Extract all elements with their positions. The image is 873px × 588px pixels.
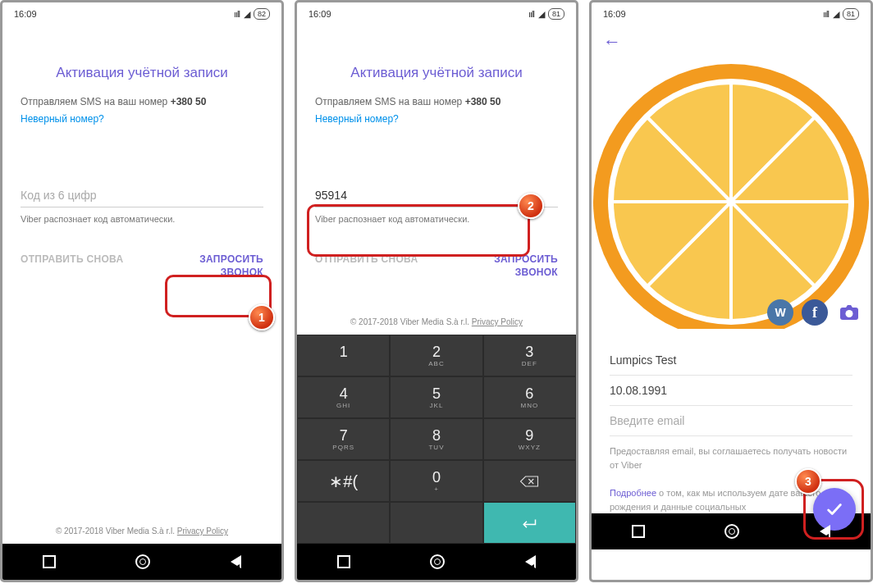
signal-icon: ııll	[528, 9, 534, 19]
key-enter[interactable]	[483, 502, 576, 544]
resend-button[interactable]: ОТПРАВИТЬ СНОВА	[21, 253, 123, 279]
wrong-number-link[interactable]: Неверный номер?	[315, 113, 558, 125]
battery-indicator: 81	[843, 8, 859, 20]
camera-button[interactable]	[836, 299, 862, 326]
nav-recents-button[interactable]	[43, 555, 56, 568]
enter-icon	[519, 517, 539, 530]
key-symbols[interactable]: ∗#(	[297, 460, 390, 502]
copyright: © 2017-2018 Viber Media S.à r.l.	[56, 526, 177, 536]
nav-home-button[interactable]	[135, 554, 150, 569]
android-navbar	[297, 544, 576, 580]
wifi-icon: ◢	[244, 9, 249, 20]
key-9[interactable]: 9WXYZ	[483, 418, 576, 460]
nav-home-button[interactable]	[430, 554, 445, 569]
status-bar: 16:09 ııll ◢ 81	[592, 2, 871, 25]
sms-sent-text: Отправляем SMS на ваш номер +380 50	[315, 94, 558, 110]
sms-prefix: Отправляем SMS на ваш номер	[21, 96, 171, 107]
phone-screen-1: 16:09 ııll ◢ 82 Активация учётной записи…	[0, 0, 284, 582]
phone-number: +380 50	[465, 96, 501, 107]
status-time: 16:09	[14, 9, 37, 19]
key-3[interactable]: 3DEF	[483, 335, 576, 376]
nav-back-button[interactable]	[231, 555, 241, 568]
profile-form: Lumpics Test 10.08.1991 Введите email Пр…	[592, 329, 871, 513]
back-arrow-icon[interactable]: ←	[603, 31, 621, 52]
key-backspace[interactable]	[483, 460, 576, 502]
key-7[interactable]: 7PQRS	[297, 418, 390, 460]
activation-content: Активация учётной записи Отправляем SMS …	[2, 25, 281, 518]
vk-button[interactable]: W	[767, 299, 793, 326]
battery-indicator: 81	[548, 8, 564, 20]
key-4[interactable]: 4GHI	[297, 376, 390, 418]
name-field[interactable]: Lumpics Test	[610, 345, 852, 376]
step-badge-2: 2	[518, 193, 544, 219]
page-title: Активация учётной записи	[21, 65, 263, 81]
status-bar: 16:09 ııll ◢ 82	[2, 2, 281, 25]
avatar-orange-icon	[592, 58, 871, 329]
step-badge-3: 3	[795, 468, 821, 495]
wifi-icon: ◢	[833, 9, 839, 20]
status-time: 16:09	[309, 9, 331, 19]
key-0[interactable]: 0+	[390, 460, 482, 502]
request-call-l2: ЗВОНОК	[494, 267, 558, 280]
email-field[interactable]: Введите email	[610, 406, 852, 436]
nav-home-button[interactable]	[724, 524, 739, 539]
social-row: W f	[767, 299, 862, 326]
nav-recents-button[interactable]	[337, 555, 350, 568]
key-1[interactable]: 1	[297, 335, 390, 376]
privacy-policy-link[interactable]: Privacy Policy	[177, 526, 228, 536]
birthday-field[interactable]: 10.08.1991	[610, 376, 852, 406]
key-2[interactable]: 2ABC	[390, 335, 482, 376]
page-title: Активация учётной записи	[315, 65, 558, 81]
request-call-button[interactable]: ЗАПРОСИТЬ ЗВОНОК	[199, 253, 263, 279]
phone-number: +380 50	[171, 96, 207, 107]
resend-button[interactable]: ОТПРАВИТЬ СНОВА	[315, 253, 418, 279]
key-empty-mid	[390, 502, 482, 544]
status-icons: ııll ◢ 81	[528, 8, 564, 20]
wrong-number-link[interactable]: Неверный номер?	[21, 113, 263, 125]
request-call-l1: ЗАПРОСИТЬ	[494, 253, 558, 267]
email-hint: Предоставляя email, вы соглашаетесь полу…	[610, 444, 852, 472]
footer: © 2017-2018 Viber Media S.à r.l. Privacy…	[2, 518, 281, 544]
phone-screen-3: 16:09 ııll ◢ 81 ← W f	[589, 0, 873, 582]
nav-recents-button[interactable]	[632, 525, 645, 538]
auto-detect-text: Viber распознает код автоматически.	[21, 214, 263, 224]
buttons-row: ОТПРАВИТЬ СНОВА ЗАПРОСИТЬ ЗВОНОК	[21, 253, 263, 279]
avatar-area: W f	[592, 58, 871, 329]
more-link[interactable]: Подробнее	[610, 488, 656, 498]
key-5[interactable]: 5JKL	[390, 376, 482, 418]
step-badge-1: 1	[249, 304, 275, 330]
code-area: Viber распознает код автоматически.	[21, 184, 263, 224]
wifi-icon: ◢	[538, 9, 544, 20]
signal-icon: ııll	[823, 9, 829, 19]
facebook-button[interactable]: f	[802, 299, 828, 326]
copyright: © 2017-2018 Viber Media S.à r.l.	[350, 317, 472, 326]
status-icons: ııll ◢ 81	[823, 8, 859, 20]
numeric-keypad: 1 2ABC 3DEF 4GHI 5JKL 6MNO 7PQRS 8TUV 9W…	[297, 335, 576, 544]
status-icons: ııll ◢ 82	[234, 8, 270, 20]
code-input[interactable]	[21, 184, 263, 207]
request-call-l2: ЗВОНОК	[199, 267, 263, 280]
nav-back-button[interactable]	[820, 525, 830, 538]
sms-prefix: Отправляем SMS на ваш номер	[315, 96, 465, 107]
svg-point-3	[846, 310, 853, 317]
battery-indicator: 82	[254, 8, 270, 20]
key-empty-left	[297, 502, 390, 544]
sms-sent-text: Отправляем SMS на ваш номер +380 50	[21, 94, 263, 110]
key-6[interactable]: 6MNO	[483, 376, 576, 418]
status-bar: 16:09 ııll ◢ 81	[297, 2, 576, 25]
buttons-row: ОТПРАВИТЬ СНОВА ЗАПРОСИТЬ ЗВОНОК	[315, 253, 558, 279]
nav-back-button[interactable]	[525, 555, 536, 568]
check-icon	[825, 500, 843, 518]
phone-screen-2: 16:09 ııll ◢ 81 Активация учётной записи…	[295, 0, 578, 582]
footer: © 2017-2018 Viber Media S.à r.l. Privacy…	[315, 309, 558, 335]
request-call-l1: ЗАПРОСИТЬ	[199, 253, 263, 267]
privacy-policy-link[interactable]: Privacy Policy	[472, 317, 523, 326]
status-time: 16:09	[603, 9, 626, 19]
signal-icon: ııll	[234, 9, 240, 19]
activation-content: Активация учётной записи Отправляем SMS …	[297, 25, 576, 335]
camera-icon	[839, 304, 859, 321]
backspace-icon	[519, 474, 539, 489]
key-8[interactable]: 8TUV	[390, 418, 482, 460]
request-call-button[interactable]: ЗАПРОСИТЬ ЗВОНОК	[494, 253, 558, 279]
android-navbar	[2, 544, 281, 580]
